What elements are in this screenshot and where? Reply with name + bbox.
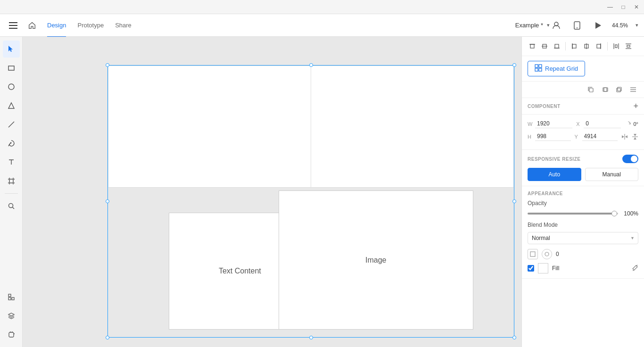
pen-tool[interactable] [3,135,20,152]
copy-icon [587,86,594,93]
copy-button[interactable] [586,84,596,95]
handle-top-right[interactable] [512,63,516,67]
fill-color-swatch[interactable] [538,263,548,273]
project-name-area: Example * ▾ [515,22,550,29]
appearance-label: APPEARANCE [528,191,563,196]
upper-left-panel [108,66,311,188]
align-right-button[interactable] [593,41,604,52]
add-component-button[interactable]: + [633,102,638,110]
search-tool[interactable] [3,198,20,215]
fill-checkbox[interactable] [528,265,534,272]
align-center-button[interactable] [581,41,592,52]
height-y-row: H Y [528,132,638,141]
home-button[interactable] [25,18,40,33]
opacity-label-row: Opacity [528,200,638,207]
repeat-grid-button[interactable]: Repeat Grid [528,61,585,76]
upper-right-panel [311,66,514,188]
ellipse-icon [8,83,15,91]
svg-rect-32 [530,44,534,48]
grid-tool[interactable] [3,289,20,306]
select-tool[interactable] [3,41,20,58]
eyedropper-button[interactable] [632,264,638,273]
responsive-toggle[interactable] [622,155,638,163]
zoom-level[interactable]: 44.5% [612,22,628,29]
rectangle-icon [8,64,15,72]
repeat-grid-section: Repeat Grid [522,56,644,82]
handle-top-center[interactable] [309,63,313,67]
artboard-tool[interactable] [3,173,20,190]
handle-bottom-center[interactable] [309,336,313,339]
line-tool[interactable] [3,116,20,133]
y-input[interactable] [582,132,618,141]
svg-rect-38 [572,44,576,48]
align-left-button[interactable] [569,41,580,52]
handle-middle-right[interactable] [512,199,516,203]
tab-design[interactable]: Design [47,20,66,31]
align-top-button[interactable] [527,41,538,52]
fill-label: Fill [552,265,628,272]
width-input[interactable] [535,119,572,128]
width-label: W [528,121,533,127]
tab-share[interactable]: Share [115,20,132,31]
blend-mode-select[interactable]: Normal Multiply Screen Overlay Darken Li… [528,232,638,244]
handle-bottom-right[interactable] [512,336,516,339]
play-button[interactable] [591,19,604,32]
text-tool[interactable] [3,154,20,171]
handle-bottom-left[interactable] [106,336,109,339]
more-icon [630,86,636,93]
align-left-icon [571,43,578,50]
tab-prototype[interactable]: Prototype [77,20,104,31]
svg-rect-42 [597,44,601,48]
close-button[interactable]: ✕ [633,3,640,11]
effect-value: 0 [556,251,559,257]
upper-sections [108,66,514,188]
distribute-vertical-button[interactable] [623,41,634,52]
border-icon[interactable] [528,249,538,259]
shadow-icon[interactable] [542,249,552,259]
paste-button[interactable] [600,84,610,95]
ellipse-tool[interactable] [3,78,20,95]
artboard-icon [8,177,15,185]
manual-button[interactable]: Manual [585,168,639,181]
zoom-dropdown-icon[interactable]: ▾ [636,22,638,28]
duplicate-button[interactable] [614,84,624,95]
opacity-slider[interactable] [528,213,618,215]
project-name: Example * [515,22,543,29]
height-label: H [528,134,533,140]
handle-middle-left[interactable] [106,199,109,203]
plugins-tool[interactable] [3,326,20,343]
more-options-button[interactable] [628,84,638,95]
height-input[interactable] [535,132,571,141]
align-separator-2 [607,42,608,50]
user-avatar-button[interactable] [550,19,563,32]
align-middle-button[interactable] [539,41,550,52]
layers-tool[interactable] [3,307,20,324]
plugins-icon [8,331,15,339]
svg-rect-36 [555,44,559,48]
distribute-horizontal-button[interactable] [611,41,622,52]
triangle-tool[interactable] [3,97,20,114]
x-input[interactable] [584,119,621,128]
main-layout: Text Content Image [0,37,644,347]
svg-rect-28 [9,332,14,337]
minimize-button[interactable]: — [606,3,614,11]
canvas-content: Text Content Image [23,37,521,347]
duplicate-icon [616,86,622,93]
hamburger-menu[interactable] [6,18,21,33]
svg-point-2 [577,27,578,28]
handle-top-left[interactable] [106,63,109,67]
maximize-button[interactable]: □ [619,3,627,11]
blend-mode-label: Blend Mode [528,222,558,228]
device-preview-button[interactable] [570,19,584,32]
text-icon [8,158,15,166]
selection-container[interactable]: Text Content Image [107,65,514,338]
x-label: X [576,121,582,127]
rectangle-tool[interactable] [3,59,20,76]
copy-icons-row [522,82,644,98]
svg-rect-50 [535,65,538,67]
width-height-row: W X 0° [528,119,638,128]
auto-button[interactable]: Auto [528,168,581,181]
responsive-buttons: Auto Manual [528,168,638,181]
opacity-thumb [611,211,617,216]
align-bottom-button[interactable] [551,41,562,52]
